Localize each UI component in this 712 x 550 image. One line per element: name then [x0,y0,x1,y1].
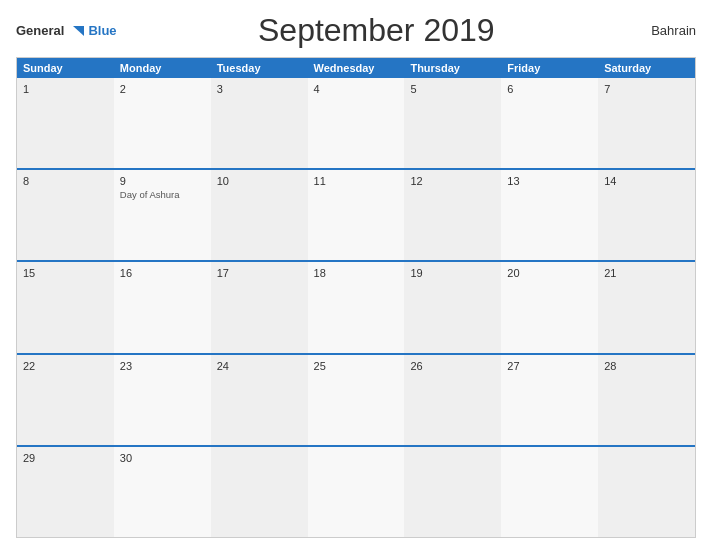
day-cell: 11 [308,170,405,260]
day-cell: 2 [114,78,211,168]
day-cell: 3 [211,78,308,168]
day-cell: 20 [501,262,598,352]
week-row-3: 15161718192021 [17,260,695,352]
day-number: 21 [604,267,689,279]
day-cell: 14 [598,170,695,260]
col-tuesday: Tuesday [211,58,308,78]
day-cell: 29 [17,447,114,537]
day-number: 2 [120,83,205,95]
day-number: 16 [120,267,205,279]
header: General Blue September 2019 Bahrain [16,12,696,49]
day-cell: 15 [17,262,114,352]
day-number: 4 [314,83,399,95]
day-cell [404,447,501,537]
week-row-4: 22232425262728 [17,353,695,445]
day-cell: 4 [308,78,405,168]
day-number: 10 [217,175,302,187]
day-cell: 24 [211,355,308,445]
day-number: 25 [314,360,399,372]
day-number: 5 [410,83,495,95]
day-cell: 16 [114,262,211,352]
day-cell: 19 [404,262,501,352]
day-cell: 6 [501,78,598,168]
logo-triangle-icon [68,22,86,40]
calendar-grid: Sunday Monday Tuesday Wednesday Thursday… [16,57,696,538]
holiday-name: Day of Ashura [120,189,205,201]
col-monday: Monday [114,58,211,78]
day-number: 24 [217,360,302,372]
day-cell: 13 [501,170,598,260]
day-number: 11 [314,175,399,187]
day-number: 18 [314,267,399,279]
calendar-title: September 2019 [117,12,636,49]
day-number: 12 [410,175,495,187]
day-number: 15 [23,267,108,279]
logo-general-text: General [16,23,64,38]
day-number: 8 [23,175,108,187]
day-number: 14 [604,175,689,187]
day-cell: 8 [17,170,114,260]
col-sunday: Sunday [17,58,114,78]
day-cell: 9Day of Ashura [114,170,211,260]
svg-marker-0 [73,26,84,36]
day-number: 19 [410,267,495,279]
day-cell: 1 [17,78,114,168]
day-number: 30 [120,452,205,464]
day-number: 28 [604,360,689,372]
day-cell [598,447,695,537]
day-cell: 7 [598,78,695,168]
day-cell: 22 [17,355,114,445]
column-headers: Sunday Monday Tuesday Wednesday Thursday… [17,58,695,78]
day-number: 23 [120,360,205,372]
day-cell: 5 [404,78,501,168]
day-number: 17 [217,267,302,279]
day-number: 26 [410,360,495,372]
day-number: 27 [507,360,592,372]
day-cell [211,447,308,537]
day-cell: 28 [598,355,695,445]
calendar-page: General Blue September 2019 Bahrain Sund… [0,0,712,550]
day-number: 7 [604,83,689,95]
day-number: 13 [507,175,592,187]
day-cell: 23 [114,355,211,445]
logo: General Blue [16,22,117,40]
day-cell: 30 [114,447,211,537]
col-thursday: Thursday [404,58,501,78]
day-cell: 18 [308,262,405,352]
day-cell: 26 [404,355,501,445]
day-cell: 25 [308,355,405,445]
day-number: 9 [120,175,205,187]
day-number: 1 [23,83,108,95]
logo-blue-text: Blue [88,23,116,38]
day-cell [501,447,598,537]
day-number: 22 [23,360,108,372]
day-cell [308,447,405,537]
day-number: 3 [217,83,302,95]
day-cell: 17 [211,262,308,352]
col-saturday: Saturday [598,58,695,78]
day-number: 20 [507,267,592,279]
day-cell: 27 [501,355,598,445]
day-number: 6 [507,83,592,95]
week-row-1: 1234567 [17,78,695,168]
day-cell: 21 [598,262,695,352]
weeks-container: 123456789Day of Ashura101112131415161718… [17,78,695,537]
day-cell: 10 [211,170,308,260]
day-number: 29 [23,452,108,464]
week-row-2: 89Day of Ashura1011121314 [17,168,695,260]
col-friday: Friday [501,58,598,78]
day-cell: 12 [404,170,501,260]
col-wednesday: Wednesday [308,58,405,78]
week-row-5: 2930 [17,445,695,537]
country-label: Bahrain [636,23,696,38]
